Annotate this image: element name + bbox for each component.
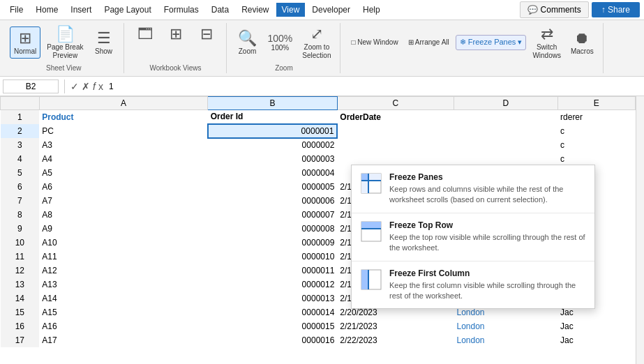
- cell-product-16[interactable]: A16: [39, 319, 207, 333]
- formula-input[interactable]: [106, 80, 641, 93]
- cell-date-16[interactable]: 2/21/2023: [337, 319, 454, 333]
- cell-date-2[interactable]: [337, 124, 454, 138]
- cell-city-17[interactable]: London: [454, 333, 557, 347]
- cell-product-12[interactable]: A12: [39, 264, 207, 278]
- cell-product-2[interactable]: PC: [39, 124, 207, 138]
- new-window-button[interactable]: □ New Window: [347, 36, 401, 49]
- macros-icon: ⏺: [574, 29, 590, 47]
- row-header-15: 15: [1, 305, 40, 319]
- cell-city-3[interactable]: [454, 138, 557, 152]
- cell-orderer-4[interactable]: c: [557, 152, 635, 166]
- cell-orderid-4[interactable]: 0000003: [208, 152, 338, 166]
- switch-windows-button[interactable]: ⇄ SwitchWindows: [529, 23, 564, 62]
- cell-orderid-17[interactable]: 0000016: [208, 333, 338, 347]
- zoom-selection-button[interactable]: ⤢ Zoom toSelection: [299, 23, 334, 62]
- row-header-11: 11: [1, 250, 40, 264]
- freeze-first-column-title: Freeze First Column: [389, 268, 586, 278]
- cell-orderid-16[interactable]: 0000015: [208, 319, 338, 333]
- cell-product-8[interactable]: A8: [39, 208, 207, 222]
- menu-insert[interactable]: Insert: [65, 3, 97, 17]
- cell-product-14[interactable]: A14: [39, 291, 207, 305]
- macros-button[interactable]: ⏺ Macros: [567, 27, 597, 58]
- cell-product-9[interactable]: A9: [39, 222, 207, 236]
- cell-city-4[interactable]: [454, 152, 557, 166]
- cell-orderid-15[interactable]: 0000014: [208, 305, 338, 319]
- col-header-a[interactable]: A: [39, 97, 207, 110]
- cell-orderid-7[interactable]: 0000006: [208, 194, 338, 208]
- cell-orderid-12[interactable]: 0000011: [208, 264, 338, 278]
- cell-orderid-8[interactable]: 0000007: [208, 208, 338, 222]
- cell-orderer-2[interactable]: c: [557, 124, 635, 138]
- cell-product-7[interactable]: A7: [39, 194, 207, 208]
- header-product[interactable]: Product: [39, 110, 207, 124]
- cell-reference-input[interactable]: [3, 79, 59, 93]
- cell-orderid-3[interactable]: 0000002: [208, 138, 338, 152]
- col-header-b[interactable]: B: [208, 97, 338, 110]
- workbook-view1-button[interactable]: 🗔: [131, 23, 159, 45]
- row-header-17: 17: [1, 333, 40, 347]
- cell-product-4[interactable]: A4: [39, 152, 207, 166]
- menu-formulas[interactable]: Formulas: [158, 3, 204, 17]
- cell-orderid-10[interactable]: 0000009: [208, 236, 338, 250]
- show-button[interactable]: ☰ Show: [90, 27, 118, 58]
- cell-orderid-6[interactable]: 0000005: [208, 180, 338, 194]
- checkmark-icon[interactable]: ✓: [70, 81, 79, 92]
- menu-home[interactable]: Home: [30, 3, 63, 17]
- cell-orderid-14[interactable]: 0000013: [208, 291, 338, 305]
- table-row: 3 A3 0000002 c: [1, 138, 636, 152]
- menu-page-layout[interactable]: Page Layout: [98, 3, 156, 17]
- cell-orderid-13[interactable]: 0000012: [208, 278, 338, 291]
- cell-orderid-5[interactable]: 0000004: [208, 166, 338, 180]
- cell-orderer-3[interactable]: c: [557, 138, 635, 152]
- cell-product-6[interactable]: A6: [39, 180, 207, 194]
- menu-review[interactable]: Review: [236, 3, 274, 17]
- cell-product-10[interactable]: A10: [39, 236, 207, 250]
- workbook-view2-button[interactable]: ⊞: [162, 23, 190, 45]
- freeze-panes-item[interactable]: Freeze Panes Keep rows and columns visib…: [352, 165, 594, 213]
- share-button[interactable]: ↑ Share: [592, 2, 640, 17]
- cell-orderer-17[interactable]: Jac: [557, 333, 635, 347]
- cell-product-17[interactable]: A17: [39, 333, 207, 347]
- menu-view[interactable]: View: [276, 3, 306, 17]
- normal-button[interactable]: ⊞ Normal: [10, 26, 40, 59]
- vertical-scrollbar[interactable]: [636, 96, 644, 364]
- cell-city-2[interactable]: [454, 124, 557, 138]
- workbook-view3-button[interactable]: ⊟: [193, 23, 220, 45]
- cell-city-16[interactable]: London: [454, 319, 557, 333]
- cell-product-13[interactable]: A13: [39, 278, 207, 291]
- comments-button[interactable]: 💬 Comments: [520, 1, 588, 18]
- col-header-c[interactable]: C: [337, 97, 454, 110]
- cell-date-4[interactable]: [337, 152, 454, 166]
- cell-product-15[interactable]: A15: [39, 305, 207, 319]
- cell-orderer-16[interactable]: Jac: [557, 319, 635, 333]
- freeze-panes-button[interactable]: ❄ Freeze Panes ▾: [456, 35, 527, 50]
- col-header-e[interactable]: E: [557, 97, 635, 110]
- expand-icon[interactable]: x: [98, 81, 103, 92]
- cell-orderid-2[interactable]: 0000001: [208, 124, 338, 138]
- menu-help[interactable]: Help: [357, 3, 386, 17]
- cell-orderid-11[interactable]: 0000010: [208, 250, 338, 264]
- function-icon[interactable]: f: [93, 81, 96, 92]
- cell-orderid-9[interactable]: 0000008: [208, 222, 338, 236]
- cell-date-17[interactable]: 2/22/2023: [337, 333, 454, 347]
- cell-date-3[interactable]: [337, 138, 454, 152]
- menu-file[interactable]: File: [4, 3, 29, 17]
- menu-data[interactable]: Data: [206, 3, 234, 17]
- cancel-icon[interactable]: ✗: [82, 81, 90, 92]
- cell-product-11[interactable]: A11: [39, 250, 207, 264]
- column-header-row: A B C D E: [1, 97, 636, 110]
- header-orderid[interactable]: Order Id: [208, 110, 338, 124]
- cell-product-3[interactable]: A3: [39, 138, 207, 152]
- page-break-preview-button[interactable]: 📄 Page BreakPreview: [43, 23, 87, 62]
- zoom-button[interactable]: 🔍 Zoom: [234, 27, 262, 58]
- col-header-d[interactable]: D: [454, 97, 557, 110]
- freeze-top-row-item[interactable]: Freeze Top Row Keep the top row visible …: [352, 213, 594, 261]
- formula-bar: ✓ ✗ f x: [0, 77, 644, 96]
- arrange-all-button[interactable]: ⊞ Arrange All: [405, 36, 453, 49]
- zoom-100-button[interactable]: 100% 100%: [264, 31, 297, 54]
- header-orderdate[interactable]: OrderDate: [337, 110, 454, 124]
- freeze-first-column-item[interactable]: Freeze First Column Keep the first colum…: [352, 261, 594, 309]
- cell-product-5[interactable]: A5: [39, 166, 207, 180]
- row-header-10: 10: [1, 236, 40, 250]
- menu-developer[interactable]: Developer: [306, 3, 356, 17]
